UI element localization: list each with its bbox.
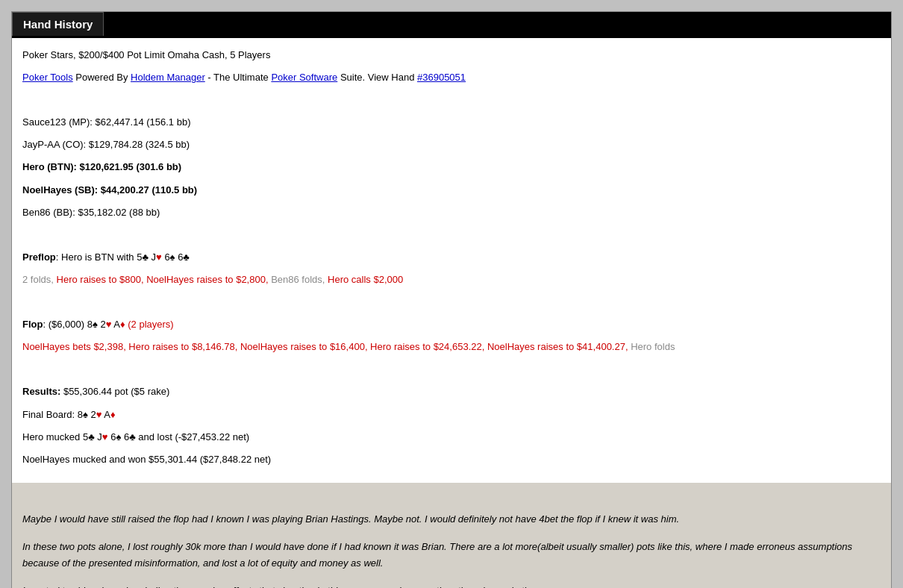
flop-line: Flop: ($6,000) 8♠ 2♥ A♦ (2 players): [22, 316, 881, 333]
player-noel: NoelHayes (SB): $44,200.27 (110.5 bb): [22, 182, 881, 198]
blank-line-3: [22, 294, 881, 310]
comment-section: Maybe I would have still raised the flop…: [12, 496, 891, 588]
poker-tools-line: Poker Tools Powered By Holdem Manager - …: [22, 69, 881, 86]
player-sauce: Sauce123 (MP): $62,447.14 (156.1 bb): [22, 114, 881, 131]
hand-history-panel: Hand History Poker Stars, $200/$400 Pot …: [11, 11, 892, 588]
hand-number-link[interactable]: #36905051: [417, 72, 466, 83]
poker-software-link[interactable]: Poker Software: [271, 72, 337, 83]
player-ben: Ben86 (BB): $35,182.02 (88 bb): [22, 204, 881, 221]
holdem-manager-link[interactable]: Holdem Manager: [131, 72, 205, 83]
section-spacer: [12, 483, 891, 496]
comment-3: I wanted to chime in and underline the m…: [22, 583, 881, 588]
site-info: Poker Stars, $200/$400 Pot Limit Omaha C…: [22, 49, 270, 60]
final-board-line: Final Board: 8♠ 2♥ A♦: [22, 407, 881, 423]
flop-action: NoelHayes bets $2,398, Hero raises to $8…: [22, 339, 881, 355]
blank-line-1: [22, 92, 881, 108]
comment-1: Maybe I would have still raised the flop…: [22, 511, 881, 528]
results-label: Results:: [22, 386, 60, 397]
panel-header-row: Hand History: [12, 12, 891, 36]
results-line: Results: $55,306.44 pot ($5 rake): [22, 384, 881, 400]
panel-tab: Hand History: [12, 12, 104, 36]
panel-title: Hand History: [23, 18, 93, 31]
comment-2: In these two pots alone, I lost roughly …: [22, 539, 881, 573]
hand-history-content: Poker Stars, $200/$400 Pot Limit Omaha C…: [12, 38, 891, 483]
player-jayp: JayP-AA (CO): $129,784.28 (324.5 bb): [22, 137, 881, 153]
page-container: Hand History Poker Stars, $200/$400 Pot …: [0, 0, 903, 588]
player-hero: Hero (BTN): $120,621.95 (301.6 bb): [22, 159, 881, 175]
preflop-action: 2 folds, Hero raises to $800, NoelHayes …: [22, 272, 881, 288]
suite-text: Suite. View Hand: [340, 72, 417, 83]
poker-tools-link[interactable]: Poker Tools: [22, 72, 73, 83]
preflop-label: Preflop: [22, 251, 56, 263]
hero-result-line: Hero mucked 5♣ J♥ 6♠ 6♣ and lost (-$27,4…: [22, 429, 881, 445]
ultimate-text: - The Ultimate: [207, 72, 271, 83]
hand-site-line: Poker Stars, $200/$400 Pot Limit Omaha C…: [22, 47, 881, 63]
blank-line-4: [22, 361, 881, 378]
flop-label: Flop: [22, 319, 43, 330]
noel-result-line: NoelHayes mucked and won $55,301.44 ($27…: [22, 451, 881, 468]
powered-by: Powered By: [75, 72, 131, 83]
blank-line-2: [22, 227, 881, 243]
preflop-line: Preflop: Hero is BTN with 5♣ J♥ 6♠ 6♣: [22, 249, 881, 266]
